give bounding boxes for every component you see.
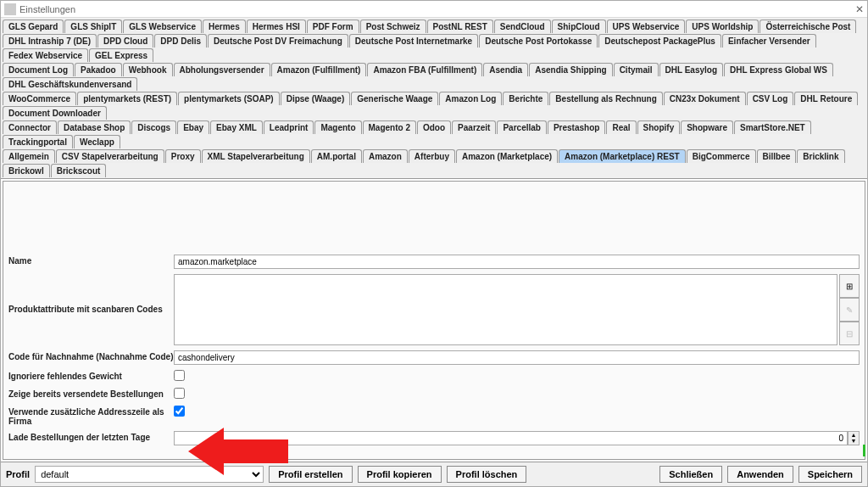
tab-brickscout[interactable]: Brickscout xyxy=(51,164,107,177)
tab-database-shop[interactable]: Database Shop xyxy=(58,120,131,134)
tab-weclapp[interactable]: Weclapp xyxy=(74,135,120,148)
tab-dhl-intraship-7-de-[interactable]: DHL Intraship 7 (DE) xyxy=(3,34,97,48)
tab-citymail[interactable]: Citymail xyxy=(614,63,659,76)
load-days-spinner[interactable]: ▲▼ xyxy=(848,431,860,445)
tab-ebay[interactable]: Ebay xyxy=(177,120,209,134)
tab-amazon[interactable]: Amazon xyxy=(363,149,408,163)
tab-plentymarkets-rest-[interactable]: plentymarkets (REST) xyxy=(77,92,177,105)
tab-document-downloader[interactable]: Document Downloader xyxy=(3,106,107,120)
tab-xml-stapelverarbeitung[interactable]: XML Stapelverarbeitung xyxy=(202,149,310,163)
show-sent-checkbox[interactable] xyxy=(174,388,185,399)
tab-dhl-retoure[interactable]: DHL Retoure xyxy=(794,92,858,105)
tab-einfacher-versender[interactable]: Einfacher Versender xyxy=(722,34,816,48)
del-attr-button[interactable]: ⊟ xyxy=(839,322,860,345)
tab-pdf-form[interactable]: PDF Form xyxy=(307,20,359,33)
tab-plentymarkets-soap-[interactable]: plentymarkets (SOAP) xyxy=(178,92,280,105)
save-button[interactable]: Speichern xyxy=(798,466,862,483)
tab-shopware[interactable]: Shopware xyxy=(681,120,733,134)
tab-connector[interactable]: Connector xyxy=(3,120,57,134)
tab-magento[interactable]: Magento xyxy=(314,120,361,134)
tab-dpd-cloud[interactable]: DPD Cloud xyxy=(97,34,153,48)
cod-code-input[interactable] xyxy=(174,350,860,365)
tab-cn23x-dokument[interactable]: CN23x Dokument xyxy=(664,92,746,105)
name-input[interactable] xyxy=(174,255,860,269)
tab-afterbuy[interactable]: Afterbuy xyxy=(409,149,455,163)
tab-deutsche-post-dv-freimachung[interactable]: Deutsche Post DV Freimachung xyxy=(208,34,348,48)
tab-deutsche-post-internetmarke[interactable]: Deutsche Post Internetmarke xyxy=(349,34,478,48)
close-icon[interactable]: ✕ xyxy=(855,3,864,15)
label-extra-addr: Verwende zusätzliche Addresszeile als Fi… xyxy=(8,406,174,426)
tab-gls-gepard[interactable]: GLS Gepard xyxy=(3,20,64,33)
tab-postnl-rest[interactable]: PostNL REST xyxy=(427,20,493,33)
tab-hermes-hsi[interactable]: Hermes HSI xyxy=(247,20,306,33)
tab-trackingportal[interactable]: Trackingportal xyxy=(3,135,73,148)
tab-gel-express[interactable]: GEL Express xyxy=(89,48,153,62)
profile-select[interactable]: default xyxy=(35,466,264,483)
tab-leadprint[interactable]: Leadprint xyxy=(264,120,314,134)
add-attr-button[interactable]: ⊞ xyxy=(839,274,860,298)
profile-copy-button[interactable]: Profil kopieren xyxy=(358,466,442,483)
tab-asendia[interactable]: Asendia xyxy=(483,63,528,76)
tab-berichte[interactable]: Berichte xyxy=(503,92,548,105)
tab-woocommerce[interactable]: WooCommerce xyxy=(3,92,76,105)
tab-hermes[interactable]: Hermes xyxy=(203,20,246,33)
tab-csv-stapelverarbeitung[interactable]: CSV Stapelverarbeitung xyxy=(56,149,164,163)
tab-dhl-gesch-ftskundenversand[interactable]: DHL Geschäftskundenversand xyxy=(3,77,137,91)
tab-fedex-webservice[interactable]: Fedex Webservice xyxy=(3,48,88,62)
tab-pakadoo[interactable]: Pakadoo xyxy=(75,63,122,76)
tab-generische-waage[interactable]: Generische Waage xyxy=(351,92,438,105)
tab-bricklink[interactable]: Bricklink xyxy=(797,149,844,163)
ignore-weight-checkbox[interactable] xyxy=(174,370,185,381)
close-button[interactable]: Schließen xyxy=(659,466,722,483)
tab-gls-shipit[interactable]: GLS ShipIT xyxy=(64,20,122,33)
tab-deutsche-post-portokasse[interactable]: Deutsche Post Portokasse xyxy=(479,34,598,48)
tab-dhl-easylog[interactable]: DHL Easylog xyxy=(659,63,724,76)
tab-shipcloud[interactable]: ShipCloud xyxy=(552,20,606,33)
tab-proxy[interactable]: Proxy xyxy=(165,149,201,163)
label-cod-code: Code für Nachnahme (Nachnahme Code) xyxy=(8,350,174,361)
edit-attr-button[interactable]: ✎ xyxy=(839,298,860,322)
tab-dpd-delis[interactable]: DPD Delis xyxy=(154,34,207,48)
tab-bigcommerce[interactable]: BigCommerce xyxy=(687,149,756,163)
tab-deutschepost-packageplus[interactable]: Deutschepost PackagePlus xyxy=(598,34,721,48)
tab-allgemein[interactable]: Allgemein xyxy=(3,149,55,163)
profile-create-button[interactable]: Profil erstellen xyxy=(269,466,352,483)
tab-dipse-waage-[interactable]: Dipse (Waage) xyxy=(281,92,351,105)
tab-document-log[interactable]: Document Log xyxy=(3,63,74,76)
tab-odoo[interactable]: Odoo xyxy=(417,120,451,134)
tab-asendia-shipping[interactable]: Asendia Shipping xyxy=(529,63,612,76)
tab-abholungsversender[interactable]: Abholungsversender xyxy=(174,63,270,76)
tab-real[interactable]: Real xyxy=(606,120,636,134)
tab-dhl-express-global-ws[interactable]: DHL Express Global WS xyxy=(724,63,833,76)
tab-prestashop[interactable]: Prestashop xyxy=(548,120,605,134)
tab-amazon-marketplace-rest[interactable]: Amazon (Marketplace) REST xyxy=(559,149,686,163)
load-days-input[interactable] xyxy=(174,431,848,445)
tab-ups-worldship[interactable]: UPS Worldship xyxy=(686,20,759,33)
tab-amazon-marketplace-[interactable]: Amazon (Marketplace) xyxy=(456,149,558,163)
extra-addr-checkbox[interactable] xyxy=(174,406,185,417)
tab-bestellung-als-rechnung[interactable]: Bestellung als Rechnung xyxy=(549,92,662,105)
tab-amazon-fulfillment-[interactable]: Amazon (Fulfillment) xyxy=(271,63,367,76)
tab-discogs[interactable]: Discogs xyxy=(131,120,176,134)
tab-ups-webservice[interactable]: UPS Webservice xyxy=(607,20,686,33)
tab-am-portal[interactable]: AM.portal xyxy=(311,149,362,163)
tab-csv-log[interactable]: CSV Log xyxy=(747,92,794,105)
tab-post-schweiz[interactable]: Post Schweiz xyxy=(360,20,426,33)
tab-webhook[interactable]: Webhook xyxy=(123,63,173,76)
profile-delete-button[interactable]: Profil löschen xyxy=(447,466,527,483)
tab-gls-webservice[interactable]: GLS Webservice xyxy=(123,20,202,33)
tab-amazon-fba-fulfillment-[interactable]: Amazon FBA (Fulfillment) xyxy=(367,63,482,76)
tab-sendcloud[interactable]: SendCloud xyxy=(494,20,551,33)
apply-button[interactable]: Anwenden xyxy=(727,466,793,483)
tab-magento-2[interactable]: Magento 2 xyxy=(363,120,416,134)
tab-amazon-log[interactable]: Amazon Log xyxy=(439,92,502,105)
product-attrs-textarea[interactable] xyxy=(174,274,837,345)
tab-shopify[interactable]: Shopify xyxy=(637,120,681,134)
tab--sterreichische-post[interactable]: Österreichische Post xyxy=(760,20,856,33)
tab-parcellab[interactable]: Parcellab xyxy=(497,120,546,134)
tab-smartstore-net[interactable]: SmartStore.NET xyxy=(734,120,811,134)
tab-brickowl[interactable]: Brickowl xyxy=(3,164,50,177)
tab-paarzeit[interactable]: Paarzeit xyxy=(452,120,496,134)
tab-ebay-xml[interactable]: Ebay XML xyxy=(210,120,263,134)
tab-billbee[interactable]: Billbee xyxy=(757,149,797,163)
